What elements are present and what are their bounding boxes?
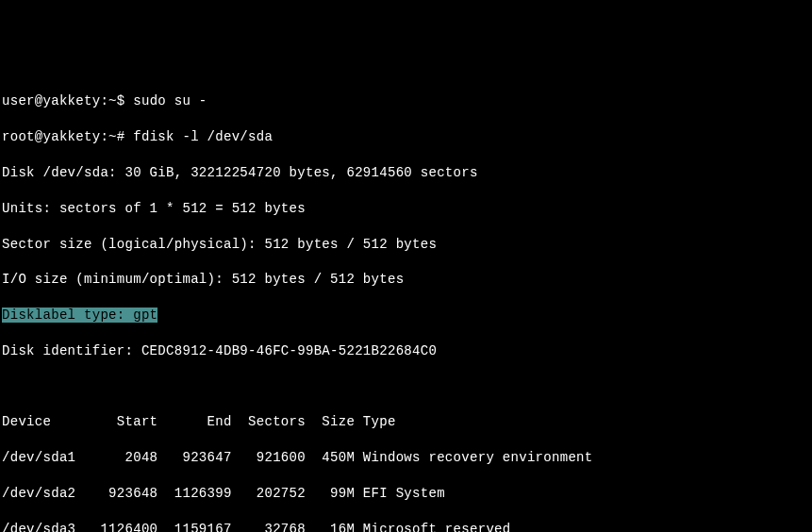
units-line: Units: sectors of 1 * 512 = 512 bytes: [2, 200, 810, 218]
prompt-line: user@yakkety:~$ sudo su -: [2, 92, 810, 110]
io-size-line: I/O size (minimum/optimal): 512 bytes / …: [2, 271, 810, 289]
disk-identifier-line: Disk identifier: CEDC8912-4DB9-46FC-99BA…: [2, 342, 810, 360]
disk-info-line: Disk /dev/sda: 30 GiB, 32212254720 bytes…: [2, 164, 810, 182]
disklabel-line: Disklabel type: gpt: [2, 307, 810, 324]
command-text: sudo su -: [133, 93, 207, 108]
blank-line: [2, 378, 810, 396]
sector-size-line: Sector size (logical/physical): 512 byte…: [2, 236, 810, 254]
partition-row: /dev/sda1 2048 923647 921600 450M Window…: [2, 449, 810, 467]
partition-row: /dev/sda3 1126400 1159167 32768 16M Micr…: [2, 521, 810, 532]
partition-table-header: Device Start End Sectors Size Type: [2, 413, 810, 431]
terminal-output[interactable]: user@yakkety:~$ sudo su - root@yakkety:~…: [2, 75, 810, 532]
command-text: fdisk -l /dev/sda: [133, 129, 273, 144]
disklabel-highlight: Disklabel type: gpt: [2, 308, 157, 323]
partition-row: /dev/sda2 923648 1126399 202752 99M EFI …: [2, 485, 810, 503]
root-prompt: root@yakkety:~#: [2, 129, 133, 144]
user-prompt: user@yakkety:~$: [2, 93, 133, 108]
prompt-line: root@yakkety:~# fdisk -l /dev/sda: [2, 128, 810, 146]
